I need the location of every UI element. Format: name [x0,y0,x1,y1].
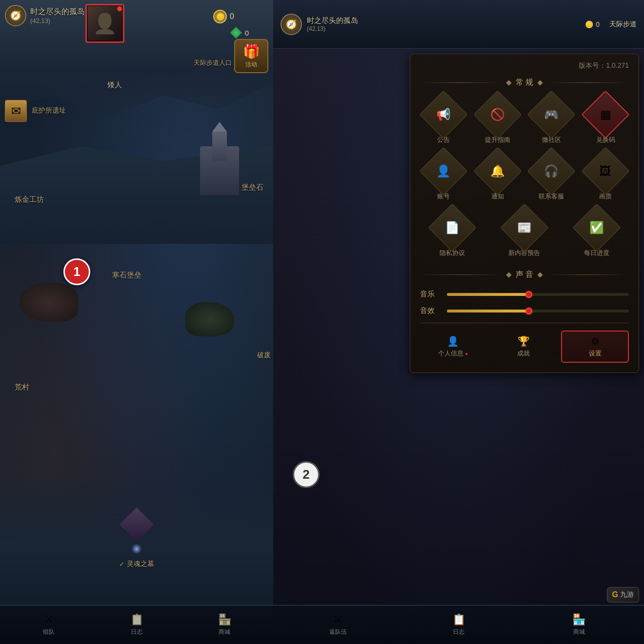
settings-icon: ⚙ [591,335,600,347]
icon-grid-row3: 📄 隐私协议 📰 新内容预告 ✅ 每日进度 [420,211,629,257]
icon-preview[interactable]: 📰 新内容预告 [492,211,557,257]
sound-diamond-left [506,272,511,277]
sfx-slider-thumb [525,308,532,314]
castle-decoration [190,146,249,224]
tab-achievement[interactable]: 🏆 成就 [491,331,557,363]
avatar-notification-dot [117,6,122,11]
right-road-label: 天际步道 [609,20,637,29]
nav-team[interactable]: ⚔ 组队 [5,613,93,636]
shop-icon: 🏪 [218,613,231,626]
icon-support[interactable]: 🎧 联系客服 [528,154,575,201]
announcement-icon: 📢 [436,108,451,121]
jiuyou-watermark: G 九游 [607,587,639,603]
sound-divider-left [420,274,502,275]
icon-quality[interactable]: 🖼 画质 [582,154,629,201]
privacy-icon: 📄 [445,221,460,234]
r-log-label: 日志 [453,628,464,636]
account-bg: 👤 [419,147,467,195]
soul-tomb-label: ✓ 灵魂之墓 [119,560,154,568]
step2-number: 2 [302,467,309,482]
music-slider-track[interactable] [447,293,629,296]
account-icon: 👤 [436,164,451,178]
forge-label: 炼金工坊 [15,195,44,204]
profile-icon: 👤 [447,335,459,347]
team-icon: ⚔ [44,613,54,626]
left-bottom-nav: ⚔ 组队 📋 日志 🏪 商城 [0,605,273,644]
activity-icon: 🎁 [243,43,260,59]
general-section-divider: 常 规 [420,78,629,88]
settings-panel: 版本号：1.0.271 常 规 📢 公告 🚫 提升指南 [410,54,639,373]
sound-divider-right [547,274,629,275]
version-text: 版本号：1.0.271 [420,61,629,70]
rocks-left [20,283,78,322]
guide-icon: 🚫 [490,108,505,121]
divider-diamond-right [538,80,543,85]
r-log-icon: 📋 [452,613,465,626]
achievement-icon: 🏆 [518,335,530,347]
step1-number: 1 [73,264,80,279]
sfx-slider-fill [447,310,529,312]
icon-guide[interactable]: 🚫 提升指南 [474,98,521,144]
right-currency: 🪙 0 天际步道 [585,20,637,29]
divider-left [420,82,502,83]
left-panel: 🧭 时之尽头的孤岛 (42,13) 🪙 0 0 🎁 活动 天际步道人口 矮人 ✉… [0,0,273,644]
right-nav-text: 天际步道 [609,20,637,29]
compass-icon[interactable]: 🧭 [5,5,26,26]
r-team-icon: ⚔ [333,613,343,626]
icon-privacy[interactable]: 📄 隐私协议 [420,211,485,257]
activity-button[interactable]: 🎁 活动 [234,39,268,73]
icon-account[interactable]: 👤 账号 [420,154,467,201]
icon-community[interactable]: 🎮 微社区 [528,98,575,144]
preview-icon: 📰 [517,221,532,234]
redeem-bg: ▦ [582,91,630,139]
right-panel: 🧭 时之尽头的孤岛 (42,13) 🪙 0 天际步道 版本号：1.0.271 常… [273,0,644,644]
dwarf-label: 矮人 [107,80,122,90]
letter-icon[interactable]: ✉ [5,100,27,122]
road-label: 天际步道人口 [194,59,232,67]
announcement-bg: 📢 [419,91,467,139]
support-icon: 🎧 [544,164,559,178]
shop-label: 商城 [219,628,230,636]
music-slider-row: 音乐 [420,290,629,299]
tab-settings[interactable]: ⚙ 设置 [561,331,629,363]
nav-log[interactable]: 📋 日志 [93,613,181,636]
step1-badge: 1 [63,258,90,285]
tab-profile[interactable]: 👤 个人信息 ● [420,331,486,363]
avatar-box[interactable] [85,4,124,43]
sfx-slider-row: 音效 [420,306,629,315]
icon-redeem[interactable]: ▦ 兑换码 [582,98,629,144]
icon-daily[interactable]: ✅ 每日进度 [564,211,629,257]
location-name: 时之尽头的孤岛 [30,7,85,17]
right-location-name: 时之尽头的孤岛 [307,16,358,25]
r-team-label: 返队伍 [329,628,347,636]
currency-value: 0 [230,12,234,21]
r-nav-team[interactable]: ⚔ 返队伍 [278,613,399,636]
watermark-text: 九游 [620,590,634,599]
step2-badge: 2 [293,461,320,488]
icon-grid-row2: 👤 账号 🔔 通知 🎧 联系客服 🖼 画质 [420,154,629,201]
sound-section-divider: 声 音 [420,270,629,280]
r-nav-log[interactable]: 📋 日志 [399,613,519,636]
sfx-slider-track[interactable] [447,310,629,312]
right-compass-icon[interactable]: 🧭 [281,14,302,35]
r-shop-label: 商城 [573,628,585,636]
right-coin-display: 🪙 0 [585,20,600,28]
right-coin-icon: 🪙 [585,20,593,28]
location-coords: (42,13) [30,17,85,24]
r-nav-shop[interactable]: 🏪 商城 [519,613,639,636]
community-icon: 🎮 [544,108,559,121]
sfx-label: 音效 [420,306,440,315]
right-location-info: 时之尽头的孤岛 (42,13) [307,16,358,32]
sound-section-title: 声 音 [516,270,533,280]
icon-notification[interactable]: 🔔 通知 [474,154,521,201]
avatar-image [88,6,122,40]
soul-tomb-structure [117,507,156,556]
achievement-label: 成就 [517,349,530,358]
redeem-icon: ▦ [600,108,611,121]
icon-announcement[interactable]: 📢 公告 [420,98,467,144]
location-info: 时之尽头的孤岛 (42,13) [30,7,85,24]
log-label: 日志 [131,628,142,636]
fortress-label: 堡垒石 [242,183,263,192]
nav-shop[interactable]: 🏪 商城 [181,613,268,636]
coldstone-label: 寒石堡垒 [112,271,141,280]
